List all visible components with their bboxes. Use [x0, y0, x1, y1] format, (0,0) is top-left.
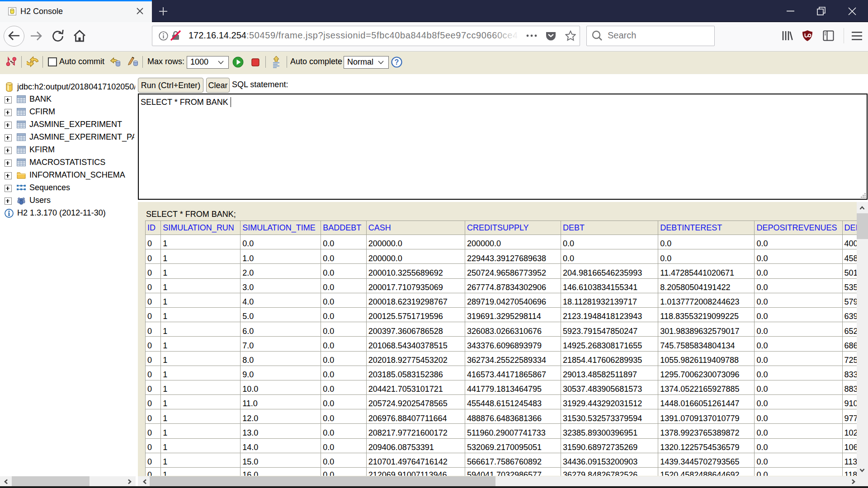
svg-text:?: ? — [395, 58, 399, 66]
